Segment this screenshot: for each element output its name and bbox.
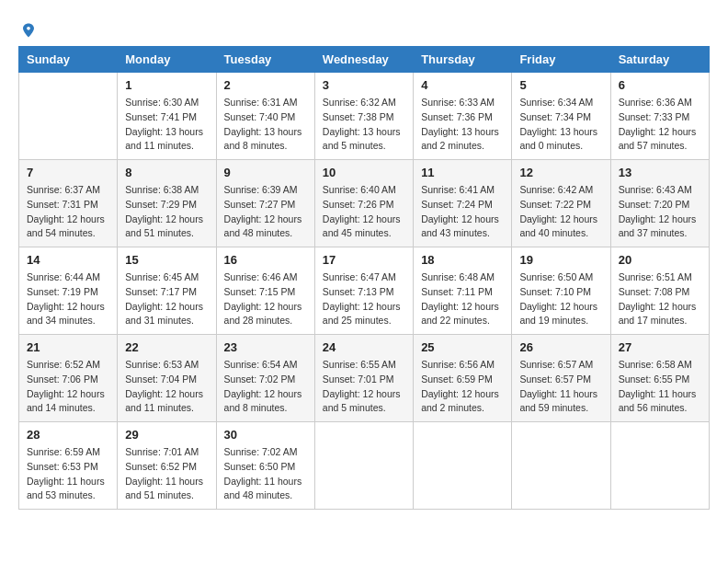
day-info: Sunrise: 6:47 AMSunset: 7:13 PMDaylight:… bbox=[323, 270, 405, 328]
day-cell bbox=[19, 73, 118, 160]
day-cell: 1Sunrise: 6:30 AMSunset: 7:41 PMDaylight… bbox=[118, 73, 216, 160]
day-cell: 2Sunrise: 6:31 AMSunset: 7:40 PMDaylight… bbox=[216, 73, 314, 160]
col-friday: Friday bbox=[512, 47, 610, 73]
day-number: 21 bbox=[27, 340, 109, 354]
day-number: 11 bbox=[421, 166, 504, 179]
day-number: 14 bbox=[27, 253, 109, 267]
col-sunday: Sunday bbox=[19, 47, 118, 73]
day-info: Sunrise: 6:44 AMSunset: 7:19 PMDaylight:… bbox=[27, 270, 109, 328]
day-info: Sunrise: 6:32 AMSunset: 7:38 PMDaylight:… bbox=[323, 96, 405, 154]
day-cell: 19Sunrise: 6:50 AMSunset: 7:10 PMDayligh… bbox=[512, 247, 610, 335]
day-cell: 10Sunrise: 6:40 AMSunset: 7:26 PMDayligh… bbox=[314, 160, 413, 247]
day-number: 26 bbox=[519, 340, 602, 354]
day-number: 8 bbox=[125, 166, 208, 179]
day-number: 25 bbox=[421, 340, 504, 354]
day-number: 16 bbox=[224, 253, 307, 267]
day-info: Sunrise: 6:40 AMSunset: 7:26 PMDaylight:… bbox=[323, 183, 405, 241]
col-thursday: Thursday bbox=[414, 47, 512, 73]
day-number: 17 bbox=[323, 253, 405, 267]
day-number: 4 bbox=[421, 78, 504, 92]
week-row-3: 14Sunrise: 6:44 AMSunset: 7:19 PMDayligh… bbox=[19, 247, 710, 335]
day-info: Sunrise: 6:36 AMSunset: 7:33 PMDaylight:… bbox=[619, 96, 701, 154]
day-cell bbox=[314, 422, 413, 510]
day-info: Sunrise: 6:31 AMSunset: 7:40 PMDaylight:… bbox=[224, 96, 307, 154]
week-row-2: 7Sunrise: 6:37 AMSunset: 7:31 PMDaylight… bbox=[19, 160, 710, 247]
day-cell: 3Sunrise: 6:32 AMSunset: 7:38 PMDaylight… bbox=[314, 73, 413, 160]
day-cell: 15Sunrise: 6:45 AMSunset: 7:17 PMDayligh… bbox=[118, 247, 216, 335]
day-info: Sunrise: 6:51 AMSunset: 7:08 PMDaylight:… bbox=[619, 270, 701, 328]
day-info: Sunrise: 6:30 AMSunset: 7:41 PMDaylight:… bbox=[125, 96, 208, 154]
header-row: Sunday Monday Tuesday Wednesday Thursday… bbox=[19, 47, 710, 73]
col-wednesday: Wednesday bbox=[314, 47, 413, 73]
day-cell: 9Sunrise: 6:39 AMSunset: 7:27 PMDaylight… bbox=[216, 160, 314, 247]
day-cell: 26Sunrise: 6:57 AMSunset: 6:57 PMDayligh… bbox=[512, 335, 610, 422]
day-number: 19 bbox=[519, 253, 602, 267]
week-row-5: 28Sunrise: 6:59 AMSunset: 6:53 PMDayligh… bbox=[19, 422, 710, 510]
day-number: 18 bbox=[421, 253, 504, 267]
day-info: Sunrise: 6:53 AMSunset: 7:04 PMDaylight:… bbox=[125, 358, 208, 416]
day-cell bbox=[610, 422, 709, 510]
day-number: 13 bbox=[619, 166, 701, 179]
day-cell bbox=[414, 422, 512, 510]
day-number: 30 bbox=[224, 428, 307, 442]
day-number: 27 bbox=[619, 340, 701, 354]
day-cell: 18Sunrise: 6:48 AMSunset: 7:11 PMDayligh… bbox=[414, 247, 512, 335]
day-cell: 5Sunrise: 6:34 AMSunset: 7:34 PMDaylight… bbox=[512, 73, 610, 160]
day-cell bbox=[512, 422, 610, 510]
day-cell: 24Sunrise: 6:55 AMSunset: 7:01 PMDayligh… bbox=[314, 335, 413, 422]
day-info: Sunrise: 6:37 AMSunset: 7:31 PMDaylight:… bbox=[27, 183, 109, 241]
day-cell: 25Sunrise: 6:56 AMSunset: 6:59 PMDayligh… bbox=[414, 335, 512, 422]
day-number: 5 bbox=[519, 78, 602, 92]
day-cell: 16Sunrise: 6:46 AMSunset: 7:15 PMDayligh… bbox=[216, 247, 314, 335]
day-info: Sunrise: 6:45 AMSunset: 7:17 PMDaylight:… bbox=[125, 270, 208, 328]
day-info: Sunrise: 6:41 AMSunset: 7:24 PMDaylight:… bbox=[421, 183, 504, 241]
day-cell: 8Sunrise: 6:38 AMSunset: 7:29 PMDaylight… bbox=[118, 160, 216, 247]
day-info: Sunrise: 6:57 AMSunset: 6:57 PMDaylight:… bbox=[519, 358, 602, 416]
day-cell: 30Sunrise: 7:02 AMSunset: 6:50 PMDayligh… bbox=[216, 422, 314, 510]
day-info: Sunrise: 7:02 AMSunset: 6:50 PMDaylight:… bbox=[224, 445, 307, 503]
day-number: 22 bbox=[125, 340, 208, 354]
day-info: Sunrise: 6:34 AMSunset: 7:34 PMDaylight:… bbox=[519, 96, 602, 154]
week-row-1: 1Sunrise: 6:30 AMSunset: 7:41 PMDaylight… bbox=[19, 73, 710, 160]
day-cell: 29Sunrise: 7:01 AMSunset: 6:52 PMDayligh… bbox=[118, 422, 216, 510]
day-info: Sunrise: 6:39 AMSunset: 7:27 PMDaylight:… bbox=[224, 183, 307, 241]
day-info: Sunrise: 7:01 AMSunset: 6:52 PMDaylight:… bbox=[125, 445, 208, 503]
day-info: Sunrise: 6:46 AMSunset: 7:15 PMDaylight:… bbox=[224, 270, 307, 328]
day-cell: 23Sunrise: 6:54 AMSunset: 7:02 PMDayligh… bbox=[216, 335, 314, 422]
day-number: 3 bbox=[323, 78, 405, 92]
day-info: Sunrise: 6:55 AMSunset: 7:01 PMDaylight:… bbox=[323, 358, 405, 416]
day-info: Sunrise: 6:56 AMSunset: 6:59 PMDaylight:… bbox=[421, 358, 504, 416]
day-info: Sunrise: 6:50 AMSunset: 7:10 PMDaylight:… bbox=[519, 270, 602, 328]
day-number: 6 bbox=[619, 78, 701, 92]
calendar-table: Sunday Monday Tuesday Wednesday Thursday… bbox=[18, 46, 710, 510]
day-cell: 17Sunrise: 6:47 AMSunset: 7:13 PMDayligh… bbox=[314, 247, 413, 335]
day-number: 10 bbox=[323, 166, 405, 179]
page-header bbox=[18, 18, 710, 37]
day-cell: 20Sunrise: 6:51 AMSunset: 7:08 PMDayligh… bbox=[610, 247, 709, 335]
day-cell: 14Sunrise: 6:44 AMSunset: 7:19 PMDayligh… bbox=[19, 247, 118, 335]
col-saturday: Saturday bbox=[610, 47, 709, 73]
day-info: Sunrise: 6:59 AMSunset: 6:53 PMDaylight:… bbox=[27, 445, 109, 503]
day-cell: 22Sunrise: 6:53 AMSunset: 7:04 PMDayligh… bbox=[118, 335, 216, 422]
day-cell: 11Sunrise: 6:41 AMSunset: 7:24 PMDayligh… bbox=[414, 160, 512, 247]
day-info: Sunrise: 6:58 AMSunset: 6:55 PMDaylight:… bbox=[619, 358, 701, 416]
day-cell: 4Sunrise: 6:33 AMSunset: 7:36 PMDaylight… bbox=[414, 73, 512, 160]
day-number: 12 bbox=[519, 166, 602, 179]
logo bbox=[18, 18, 37, 37]
day-info: Sunrise: 6:38 AMSunset: 7:29 PMDaylight:… bbox=[125, 183, 208, 241]
day-number: 7 bbox=[27, 166, 109, 179]
col-monday: Monday bbox=[118, 47, 216, 73]
day-cell: 21Sunrise: 6:52 AMSunset: 7:06 PMDayligh… bbox=[19, 335, 118, 422]
day-cell: 27Sunrise: 6:58 AMSunset: 6:55 PMDayligh… bbox=[610, 335, 709, 422]
day-info: Sunrise: 6:33 AMSunset: 7:36 PMDaylight:… bbox=[421, 96, 504, 154]
day-cell: 6Sunrise: 6:36 AMSunset: 7:33 PMDaylight… bbox=[610, 73, 709, 160]
col-tuesday: Tuesday bbox=[216, 47, 314, 73]
day-cell: 7Sunrise: 6:37 AMSunset: 7:31 PMDaylight… bbox=[19, 160, 118, 247]
day-cell: 12Sunrise: 6:42 AMSunset: 7:22 PMDayligh… bbox=[512, 160, 610, 247]
day-number: 20 bbox=[619, 253, 701, 267]
day-number: 1 bbox=[125, 78, 208, 92]
day-number: 24 bbox=[323, 340, 405, 354]
day-number: 9 bbox=[224, 166, 307, 179]
week-row-4: 21Sunrise: 6:52 AMSunset: 7:06 PMDayligh… bbox=[19, 335, 710, 422]
day-info: Sunrise: 6:43 AMSunset: 7:20 PMDaylight:… bbox=[619, 183, 701, 241]
